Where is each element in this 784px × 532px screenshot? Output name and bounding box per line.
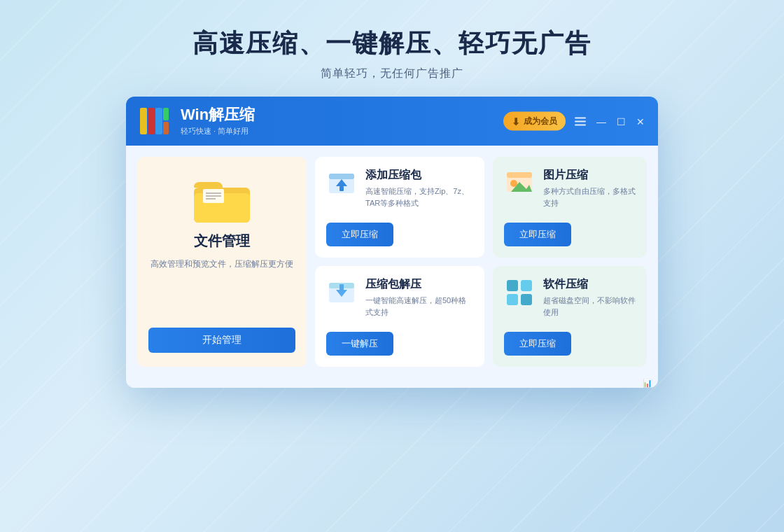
app-name: Win解压缩 <box>181 106 255 124</box>
image-compress-title: 图片压缩 <box>543 168 636 183</box>
file-mgmt-title: 文件管理 <box>194 232 250 251</box>
software-compress-title: 软件压缩 <box>543 277 636 292</box>
app-window: Win解压缩 轻巧快速 · 简单好用 ⬇ 成为会员 — ☐ ✕ <box>126 97 658 388</box>
close-button[interactable]: ✕ <box>634 115 647 127</box>
svg-rect-6 <box>329 174 354 179</box>
svg-rect-8 <box>340 186 344 191</box>
image-compress-icon <box>504 168 535 199</box>
card-header: 图片压缩 多种方式自由压缩，多格式支持 <box>504 168 636 209</box>
hero-title: 高速压缩、一键解压、轻巧无广告 <box>192 27 592 61</box>
add-compress-icon <box>326 168 357 199</box>
app-name-block: Win解压缩 轻巧快速 · 简单好用 <box>181 106 255 136</box>
file-mgmt-card: 文件管理 高效管理和预览文件，压缩解压更方便 开始管理 <box>137 157 307 367</box>
hero-section: 高速压缩、一键解压、轻巧无广告 简单轻巧，无任何广告推广 <box>192 27 592 81</box>
card-header: 软件压缩 超省磁盘空间，不影响软件使用 <box>504 277 636 318</box>
software-compress-card: 软件压缩 超省磁盘空间，不影响软件使用 立即压缩 <box>493 266 647 367</box>
software-compress-text: 软件压缩 超省磁盘空间，不影响软件使用 <box>543 277 636 318</box>
card-header: 添加压缩包 高速智能压缩，支持Zip、7z、TAR等多种格式 <box>326 168 473 209</box>
add-compress-desc: 高速智能压缩，支持Zip、7z、TAR等多种格式 <box>365 186 473 209</box>
image-compress-btn[interactable]: 立即压缩 <box>504 223 571 246</box>
svg-rect-4 <box>163 122 169 134</box>
title-bar-actions: ⬇ 成为会员 — ☐ ✕ <box>503 112 647 131</box>
add-compress-card: 添加压缩包 高速智能压缩，支持Zip、7z、TAR等多种格式 立即压缩 <box>315 157 484 258</box>
file-mgmt-btn[interactable]: 开始管理 <box>148 328 295 353</box>
maximize-button[interactable]: ☐ <box>615 115 627 127</box>
extract-title: 压缩包解压 <box>365 277 473 292</box>
file-folder-icon <box>190 174 253 226</box>
svg-rect-24 <box>521 280 532 291</box>
svg-rect-23 <box>507 280 518 291</box>
card-header: 压缩包解压 一键智能高速解压，超50种格式支持 <box>326 277 473 318</box>
add-compress-title: 添加压缩包 <box>365 168 473 183</box>
hero-subtitle: 简单轻巧，无任何广告推广 <box>192 66 592 81</box>
file-mgmt-desc: 高效管理和预览文件，压缩解压更方便 <box>150 258 293 316</box>
svg-rect-10 <box>507 172 532 178</box>
software-compress-desc: 超省磁盘空间，不影响软件使用 <box>543 295 636 318</box>
svg-rect-2 <box>155 108 162 134</box>
extract-desc: 一键智能高速解压，超50种格式支持 <box>365 295 473 318</box>
image-compress-desc: 多种方式自由压缩，多格式支持 <box>543 186 636 209</box>
title-bar: Win解压缩 轻巧快速 · 简单好用 ⬇ 成为会员 — ☐ ✕ <box>126 97 658 146</box>
vip-label: 成为会员 <box>524 115 557 127</box>
svg-rect-26 <box>521 294 532 305</box>
svg-rect-25 <box>507 294 518 305</box>
svg-rect-3 <box>163 108 169 120</box>
app-tagline: 轻巧快速 · 简单好用 <box>181 126 255 136</box>
extract-btn[interactable]: 一键解压 <box>326 332 393 356</box>
stats-icon: 📊 <box>643 379 652 388</box>
window-footer: 📊 <box>126 378 658 388</box>
extract-text: 压缩包解压 一键智能高速解压，超50种格式支持 <box>365 277 473 318</box>
svg-rect-22 <box>340 284 344 290</box>
svg-rect-1 <box>148 108 155 134</box>
main-content: 添加压缩包 高速智能压缩，支持Zip、7z、TAR等多种格式 立即压缩 <box>126 146 658 378</box>
menu-button[interactable] <box>573 115 588 127</box>
software-compress-btn[interactable]: 立即压缩 <box>504 332 571 356</box>
svg-rect-0 <box>140 108 147 134</box>
image-compress-card: 图片压缩 多种方式自由压缩，多格式支持 立即压缩 <box>493 157 647 258</box>
extract-card: 压缩包解压 一键智能高速解压，超50种格式支持 一键解压 <box>315 266 484 367</box>
minimize-button[interactable]: — <box>595 115 608 127</box>
image-compress-text: 图片压缩 多种方式自由压缩，多格式支持 <box>543 168 636 209</box>
vip-button[interactable]: ⬇ 成为会员 <box>503 112 566 131</box>
vip-icon: ⬇ <box>512 115 520 127</box>
extract-icon <box>326 277 357 308</box>
software-compress-icon <box>504 277 535 308</box>
add-compress-btn[interactable]: 立即压缩 <box>326 223 393 246</box>
app-logo <box>139 105 171 137</box>
add-compress-text: 添加压缩包 高速智能压缩，支持Zip、7z、TAR等多种格式 <box>365 168 473 209</box>
